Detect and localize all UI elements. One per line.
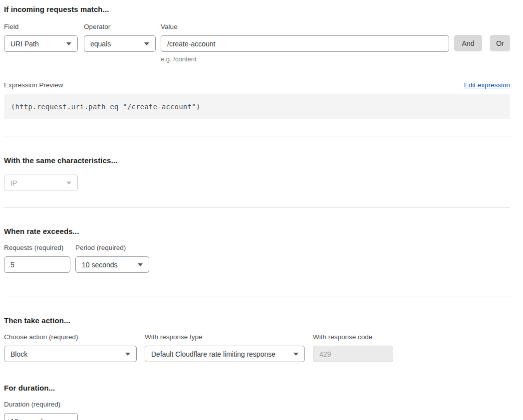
chevron-down-icon (293, 353, 298, 356)
chevron-down-icon (66, 182, 71, 185)
section-heading-rate: When rate exceeds... (4, 227, 510, 235)
value-input[interactable] (161, 35, 449, 52)
and-button[interactable]: And (454, 35, 482, 51)
response-type-label: With response type (145, 333, 305, 341)
response-type-group: With response type Default Cloudflare ra… (145, 333, 305, 362)
expression-preview-label: Expression Preview (4, 81, 63, 89)
characteristic-select[interactable]: IP (4, 175, 78, 191)
section-incoming-requests-match: If incoming requests match... Field URI … (4, 4, 510, 119)
section-take-action: Then take action... Choose action (requi… (4, 316, 510, 362)
choose-action-select[interactable]: Block (4, 346, 137, 362)
chevron-down-icon (125, 353, 130, 356)
duration-select-value: 10 seconds (10, 418, 46, 420)
rate-controls-row: Requests (required) Period (required) 10… (4, 244, 510, 273)
rate-limiting-rule-form: If incoming requests match... Field URI … (0, 0, 519, 420)
section-heading-action: Then take action... (4, 316, 510, 325)
field-group: Field URI Path (4, 23, 78, 52)
response-type-select[interactable]: Default Cloudflare rate limiting respons… (145, 346, 305, 362)
section-heading-duration: For duration... (4, 384, 510, 392)
chevron-down-icon (138, 263, 143, 266)
field-label: Field (4, 23, 78, 30)
response-code-label: With response code (313, 333, 393, 341)
section-rate-exceeds: When rate exceeds... Requests (required)… (4, 227, 510, 273)
duration-label: Duration (required) (4, 401, 78, 408)
value-group: Value e.g. /content (161, 23, 449, 63)
requests-group: Requests (required) (4, 244, 70, 273)
section-divider (4, 296, 510, 296)
section-divider (4, 137, 510, 137)
requests-label: Requests (required) (4, 244, 70, 251)
period-group: Period (required) 10 seconds (75, 244, 149, 273)
choose-action-group: Choose action (required) Block (4, 333, 137, 362)
response-code-input (313, 346, 393, 362)
choose-action-select-value: Block (10, 350, 27, 358)
action-controls-row: Choose action (required) Block With resp… (4, 333, 510, 362)
expression-preview-header: Expression Preview Edit expression (4, 81, 510, 89)
requests-input[interactable] (4, 256, 70, 273)
duration-group: Duration (required) 10 seconds (4, 401, 78, 420)
operator-select[interactable]: equals (84, 35, 156, 52)
section-heading-incoming-requests: If incoming requests match... (4, 4, 510, 13)
field-select[interactable]: URI Path (4, 35, 78, 52)
expression-text: (http.request.uri.path eq "/create-accou… (11, 103, 201, 111)
chevron-down-icon (144, 42, 149, 45)
value-helper-text: e.g. /content (161, 55, 449, 63)
section-divider (4, 208, 510, 208)
expression-connector-buttons: And Or (454, 35, 510, 51)
value-label: Value (161, 23, 449, 30)
response-code-group: With response code (313, 333, 393, 362)
expression-preview-code: (http.request.uri.path eq "/create-accou… (4, 94, 510, 119)
edit-expression-link[interactable]: Edit expression (464, 81, 510, 89)
or-button[interactable]: Or (490, 35, 510, 51)
section-same-characteristics: With the same characteristics... IP (4, 156, 510, 191)
period-select[interactable]: 10 seconds (75, 256, 149, 273)
section-heading-characteristics: With the same characteristics... (4, 156, 510, 165)
period-select-value: 10 seconds (82, 261, 118, 269)
characteristic-select-value: IP (10, 179, 17, 187)
choose-action-label: Choose action (required) (4, 333, 137, 341)
chevron-down-icon (66, 42, 71, 45)
match-expression-row: Field URI Path Operator equals Value e.g… (4, 23, 510, 63)
operator-label: Operator (84, 23, 156, 30)
duration-select[interactable]: 10 seconds (4, 413, 78, 420)
operator-select-value: equals (90, 40, 111, 48)
section-for-duration: For duration... Duration (required) 10 s… (4, 384, 510, 420)
field-select-value: URI Path (10, 40, 39, 48)
operator-group: Operator equals (84, 23, 156, 52)
response-type-select-value: Default Cloudflare rate limiting respons… (151, 350, 275, 358)
period-label: Period (required) (75, 244, 149, 251)
